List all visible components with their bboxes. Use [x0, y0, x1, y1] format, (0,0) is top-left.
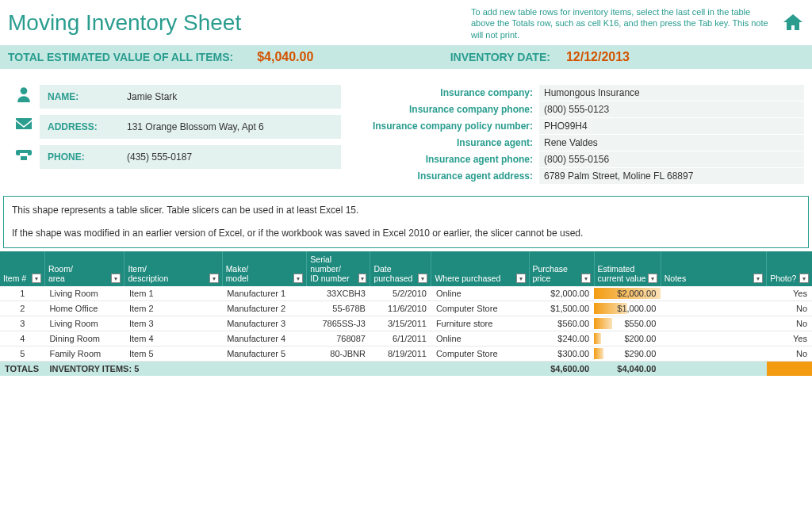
cell-desc: Item 5: [124, 346, 222, 362]
table-row[interactable]: 2Home OfficeItem 2Manufacturer 255-678B1…: [0, 301, 812, 316]
cell-serial: 7865SS-J3: [307, 316, 370, 331]
cell-item: 4: [0, 331, 44, 346]
phone-label: PHONE:: [48, 151, 127, 163]
cell-photo: Yes: [767, 331, 812, 346]
inventory-date: 12/12/2013: [566, 50, 630, 64]
cell-make: Manufacturer 5: [222, 346, 307, 362]
person-icon: [8, 86, 40, 107]
cell-where: Computer Store: [431, 346, 529, 362]
filter-dropdown-icon[interactable]: ▾: [581, 274, 591, 283]
ins-company: Humongous Insurance: [539, 85, 804, 101]
cell-make: Manufacturer 1: [222, 286, 307, 301]
filter-dropdown-icon[interactable]: ▾: [799, 274, 809, 283]
cell-est: $550.00: [594, 316, 661, 331]
phone-value: (435) 555-0187: [127, 151, 192, 163]
col-where: Where purchased: [435, 274, 500, 283]
cell-price: $300.00: [529, 346, 594, 362]
home-icon[interactable]: [782, 13, 804, 34]
cell-room: Living Room: [44, 316, 124, 331]
cell-item: 3: [0, 316, 44, 331]
cell-desc: Item 1: [124, 286, 222, 301]
ins-agent: Rene Valdes: [539, 135, 804, 151]
table-row[interactable]: 5Family RoomItem 5Manufacturer 580-JBNR8…: [0, 346, 812, 362]
cell-make: Manufacturer 2: [222, 301, 307, 316]
cell-room: Family Room: [44, 346, 124, 362]
cell-notes: [661, 331, 766, 346]
cell-notes: [661, 346, 766, 362]
filter-dropdown-icon[interactable]: ▾: [32, 274, 41, 283]
totals-items: INVENTORY ITEMS: 5: [44, 362, 529, 377]
summary-bar: TOTAL ESTIMATED VALUE OF ALL ITEMS: $4,0…: [0, 45, 812, 69]
cell-photo: No: [767, 301, 812, 316]
ins-agent-address-label: Insurance agent address:: [357, 170, 539, 182]
cell-item: 2: [0, 301, 44, 316]
ins-policy: PHO99H4: [539, 118, 804, 134]
cell-where: Computer Store: [431, 301, 529, 316]
col-desc: Item/ description: [128, 264, 168, 283]
col-estval: Estimated current value: [598, 264, 646, 283]
personal-info: NAME: Jamie Stark ADDRESS: 131 Orange Bl…: [8, 85, 341, 185]
filter-dropdown-icon[interactable]: ▾: [418, 274, 427, 283]
filter-dropdown-icon[interactable]: ▾: [516, 274, 526, 283]
cell-notes: [661, 316, 766, 331]
cell-price: $240.00: [529, 331, 594, 346]
name-label: NAME:: [48, 91, 127, 102]
totals-est: $4,040.00: [594, 362, 661, 377]
table-row[interactable]: 3Living RoomItem 3Manufacturer 37865SS-J…: [0, 316, 812, 331]
table-row[interactable]: 1Living RoomItem 1Manufacturer 133XCBH35…: [0, 286, 812, 301]
cell-item: 1: [0, 286, 44, 301]
cell-where: Online: [431, 286, 529, 301]
filter-dropdown-icon[interactable]: ▾: [648, 274, 657, 283]
inventory-table: Item #▾ Room/ area▾ Item/ description▾ M…: [0, 251, 812, 376]
filter-dropdown-icon[interactable]: ▾: [358, 274, 367, 283]
slicer-text-1: This shape represents a table slicer. Ta…: [12, 203, 800, 218]
cell-room: Living Room: [44, 286, 124, 301]
cell-est: $290.00: [594, 346, 661, 362]
filter-dropdown-icon[interactable]: ▾: [293, 274, 303, 283]
totals-label: TOTALS: [0, 362, 44, 377]
cell-est: $2,000.00: [594, 286, 661, 301]
col-serial: Serial number/ ID number: [310, 255, 356, 283]
info-note: To add new table rows for inventory item…: [471, 6, 772, 40]
ins-agent-phone: (800) 555-0156: [539, 151, 804, 167]
totals-row: TOTALS INVENTORY ITEMS: 5 $4,600.00 $4,0…: [0, 362, 812, 377]
cell-photo: Yes: [767, 286, 812, 301]
cell-date: 6/1/2011: [370, 331, 431, 346]
cell-room: Home Office: [44, 301, 124, 316]
ins-policy-label: Insurance company policy number:: [357, 121, 539, 132]
cell-make: Manufacturer 4: [222, 331, 307, 346]
cell-date: 11/6/2010: [370, 301, 431, 316]
cell-photo: No: [767, 346, 812, 362]
table-row[interactable]: 4Dining RoomItem 4Manufacturer 47680876/…: [0, 331, 812, 346]
slicer-text-2: If the shape was modified in an earlier …: [12, 226, 800, 241]
col-room: Room/ area: [48, 264, 73, 283]
col-notes: Notes: [665, 274, 686, 283]
cell-serial: 33XCBH3: [307, 286, 370, 301]
inventory-date-label: INVENTORY DATE:: [450, 51, 550, 63]
ins-agent-phone-label: Insurance agent phone:: [357, 154, 539, 165]
cell-room: Dining Room: [44, 331, 124, 346]
filter-dropdown-icon[interactable]: ▾: [111, 274, 121, 283]
col-make: Make/ model: [226, 264, 249, 283]
col-photo: Photo?: [770, 274, 796, 283]
ins-company-label: Insurance company:: [357, 87, 539, 98]
cell-est: $1,000.00: [594, 301, 661, 316]
cell-desc: Item 4: [124, 331, 222, 346]
filter-dropdown-icon[interactable]: ▾: [209, 274, 219, 283]
cell-desc: Item 2: [124, 301, 222, 316]
ins-agent-address: 6789 Palm Street, Moline FL 68897: [539, 168, 804, 184]
insurance-info: Insurance company:Humongous Insurance In…: [357, 85, 804, 185]
cell-item: 5: [0, 346, 44, 362]
cell-date: 3/15/2011: [370, 316, 431, 331]
slicer-placeholder[interactable]: This shape represents a table slicer. Ta…: [3, 196, 809, 248]
cell-date: 8/19/2011: [370, 346, 431, 362]
totals-price: $4,600.00: [529, 362, 594, 377]
col-date: Date purchased: [373, 264, 412, 283]
cell-where: Furniture store: [431, 316, 529, 331]
cell-where: Online: [431, 331, 529, 346]
filter-dropdown-icon[interactable]: ▾: [753, 274, 763, 283]
total-value: $4,040.00: [257, 50, 313, 64]
cell-serial: 768087: [307, 331, 370, 346]
mail-icon: [8, 117, 40, 136]
cell-serial: 55-678B: [307, 301, 370, 316]
